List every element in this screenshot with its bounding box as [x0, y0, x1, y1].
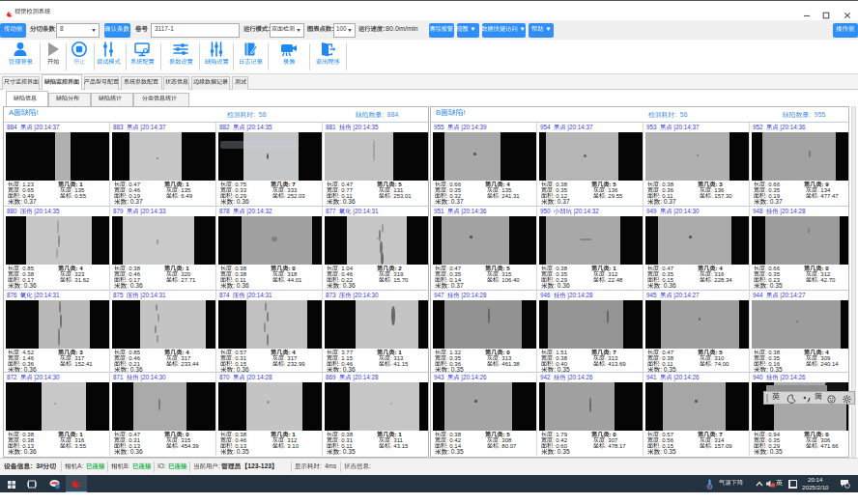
- svg-text:950: 950: [540, 208, 554, 214]
- svg-text::: :: [331, 25, 333, 32]
- svg-text:|20:14:26: |20:14:26: [566, 374, 593, 381]
- svg-text:949: 949: [646, 208, 660, 214]
- svg-text:100: 100: [336, 25, 347, 32]
- svg-text:|20:14:37: |20:14:37: [566, 124, 593, 131]
- svg-text:: 0.35: : 0.35: [766, 282, 783, 289]
- svg-text:|20:14:28: |20:14:28: [460, 292, 487, 299]
- svg-text:947: 947: [434, 292, 447, 298]
- svg-text:870: 870: [219, 374, 233, 380]
- svg-text:|20:14:28: |20:14:28: [566, 292, 593, 299]
- svg-text:878: 878: [219, 208, 233, 214]
- svg-text:874: 874: [219, 292, 233, 298]
- svg-text:|20:14:31: |20:14:31: [33, 292, 60, 299]
- svg-text:: 884: : 884: [382, 111, 398, 118]
- svg-text:: 0.35: : 0.35: [447, 448, 464, 455]
- svg-text:877: 877: [326, 208, 339, 214]
- svg-text:951: 951: [434, 208, 447, 214]
- svg-text:|20:14:30: |20:14:30: [139, 374, 166, 381]
- svg-text:3117-1: 3117-1: [155, 25, 174, 32]
- svg-text:946: 946: [540, 292, 554, 298]
- svg-text:|20:14:31: |20:14:31: [352, 208, 379, 215]
- svg-text:: 233.44: : 233.44: [178, 361, 199, 367]
- svg-text:|20:14:39: |20:14:39: [460, 124, 487, 131]
- svg-text:|20:14:26: |20:14:26: [672, 374, 700, 381]
- svg-text:: 152.41: : 152.41: [72, 361, 93, 367]
- svg-text:: 29.55: : 29.55: [605, 193, 623, 199]
- svg-text:: 0.36: : 0.36: [20, 282, 37, 289]
- svg-text:|20:14:37: |20:14:37: [139, 124, 166, 131]
- svg-text:: 478.17: : 478.17: [605, 443, 626, 449]
- svg-text:: 240.14: : 240.14: [817, 361, 839, 367]
- svg-text:▼: ▼: [518, 25, 526, 32]
- svg-text:: 157.09: : 157.09: [711, 443, 732, 449]
- svg-text:: 0.37: : 0.37: [127, 198, 143, 205]
- svg-text:: 44.01: : 44.01: [284, 277, 302, 283]
- svg-text:: 0.55: : 0.55: [72, 193, 87, 199]
- svg-text:|20:14:35: |20:14:35: [245, 124, 272, 131]
- svg-text:943: 943: [434, 374, 447, 380]
- svg-text:|20:14:30: |20:14:30: [33, 374, 60, 381]
- svg-text:952: 952: [753, 124, 766, 130]
- svg-text:875: 875: [113, 292, 127, 298]
- svg-text:: 477.47: : 477.47: [817, 193, 839, 199]
- svg-text:: 0.36: : 0.36: [20, 448, 37, 455]
- svg-text:: 74.00: : 74.00: [711, 361, 729, 367]
- svg-text:|20:14:35: |20:14:35: [352, 124, 379, 131]
- svg-text:: 41.15: : 41.15: [390, 361, 409, 367]
- svg-text::: :: [369, 462, 371, 469]
- svg-text:: 252.03: : 252.03: [284, 193, 305, 199]
- svg-text:: 0.36: : 0.36: [554, 282, 570, 289]
- svg-text:: 253.01: : 253.01: [390, 193, 412, 199]
- svg-text::: :: [218, 462, 220, 469]
- svg-text:873: 873: [326, 292, 339, 298]
- svg-text:: 31.62: : 31.62: [72, 277, 90, 283]
- svg-text:: 0.37: : 0.37: [447, 282, 464, 289]
- svg-text:|20:14:36: |20:14:36: [460, 208, 487, 215]
- svg-text:: 0.36: : 0.36: [127, 448, 143, 455]
- svg-text:|20:14:35: |20:14:35: [33, 208, 60, 215]
- svg-text:: 232.99: : 232.99: [284, 361, 305, 367]
- svg-text:: 0.37: : 0.37: [20, 198, 37, 205]
- svg-text:: 471.66: : 471.66: [817, 443, 839, 449]
- svg-text:880: 880: [7, 208, 20, 214]
- svg-text:: 42.70: : 42.70: [817, 277, 836, 283]
- svg-text:: 56: : 56: [674, 111, 687, 118]
- svg-text:|20:14:27: |20:14:27: [672, 292, 700, 299]
- svg-text:8: 8: [60, 25, 64, 32]
- svg-text:: 0.35: : 0.35: [233, 448, 249, 455]
- svg-text:: 0.35: : 0.35: [660, 448, 676, 455]
- svg-text:|20:14:30: |20:14:30: [672, 208, 700, 215]
- svg-text:: 3#: : 3#: [30, 462, 43, 469]
- svg-text:: 0.36: : 0.36: [233, 198, 249, 205]
- svg-text::: :: [320, 462, 322, 469]
- svg-text:: 454.39: : 454.39: [178, 443, 199, 449]
- svg-text:▼: ▼: [543, 25, 551, 32]
- svg-text:953: 953: [646, 124, 660, 130]
- svg-text:|20:14:36: |20:14:36: [779, 124, 806, 131]
- svg-text:|20:14:28: |20:14:28: [245, 374, 272, 381]
- svg-text:: 0.37: : 0.37: [660, 198, 676, 205]
- svg-text:879: 879: [113, 208, 127, 214]
- svg-text:|20:14:26: |20:14:26: [779, 374, 806, 381]
- svg-text:940: 940: [753, 374, 766, 380]
- svg-text:|20:14:33: |20:14:33: [139, 208, 166, 215]
- svg-text:: 6.49: : 6.49: [178, 193, 193, 199]
- svg-text:: 0.35: : 0.35: [339, 448, 356, 455]
- svg-text:883: 883: [113, 124, 127, 130]
- svg-text:: 955: : 955: [809, 111, 825, 118]
- svg-text:955: 955: [434, 124, 447, 130]
- svg-text:: 241.31: : 241.31: [499, 193, 520, 199]
- svg-text:|20:14:28: |20:14:28: [779, 208, 806, 215]
- svg-text:: 228.34: : 228.34: [711, 277, 732, 283]
- svg-text:: 0.36: : 0.36: [233, 282, 249, 289]
- svg-text:|20:14:30: |20:14:30: [352, 292, 379, 299]
- svg-text:: 80.07: : 80.07: [499, 443, 517, 449]
- svg-text:|20:14:32: |20:14:32: [245, 208, 272, 215]
- svg-text:A: A: [9, 108, 14, 117]
- svg-text:!: !: [464, 108, 466, 117]
- svg-text:: 0.37: : 0.37: [766, 198, 783, 205]
- svg-text:!: !: [37, 108, 39, 117]
- svg-text:: 0.35: : 0.35: [766, 448, 783, 455]
- svg-text:4ms: 4ms: [325, 462, 337, 469]
- svg-text:|20:14:37: |20:14:37: [33, 124, 60, 131]
